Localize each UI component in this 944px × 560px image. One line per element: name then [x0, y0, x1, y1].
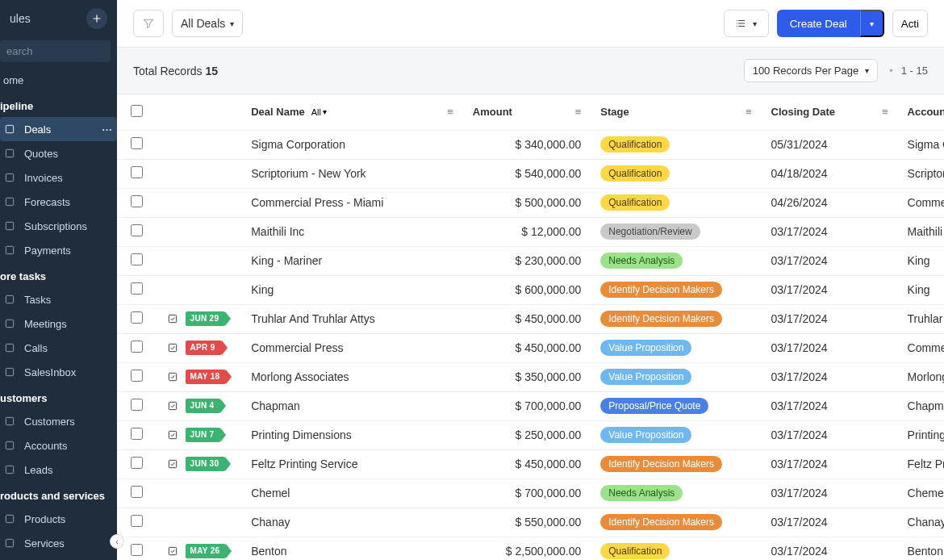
account-cell[interactable]: Commercial — [898, 188, 944, 217]
row-checkbox[interactable] — [131, 370, 143, 382]
row-checkbox[interactable] — [131, 457, 143, 469]
deal-name-cell[interactable]: Chanay — [241, 508, 463, 537]
account-cell[interactable]: Truhlar And T — [898, 304, 944, 333]
account-cell[interactable]: Benton — [898, 537, 944, 560]
deal-name-cell[interactable]: King - Mariner — [241, 246, 463, 275]
row-checkbox[interactable] — [131, 428, 143, 440]
account-cell[interactable]: Chemel — [898, 479, 944, 508]
sidebar-item-appointments[interactable]: Appointments — [0, 555, 117, 560]
row-checkbox[interactable] — [131, 486, 143, 498]
dealname-filter[interactable]: All ▾ — [310, 107, 328, 117]
actions-button[interactable]: Acti — [892, 10, 928, 37]
col-header-amount[interactable]: Amount — [473, 106, 512, 118]
row-checkbox[interactable] — [131, 195, 143, 207]
date-flag[interactable]: JUN 4 — [186, 399, 221, 413]
add-module-button[interactable] — [86, 8, 107, 29]
task-icon[interactable] — [166, 341, 179, 354]
layout-switcher[interactable]: ▾ — [724, 10, 769, 37]
sidebar-item-payments[interactable]: Payments — [0, 238, 117, 262]
stage-pill[interactable]: Needs Analysis — [600, 253, 683, 269]
table-row[interactable]: JUN 4Chapman$ 700,000.00Proposal/Price Q… — [117, 391, 944, 420]
sidebar-item-salesinbox[interactable]: SalesInbox — [0, 360, 117, 384]
deal-name-cell[interactable]: Chemel — [241, 479, 463, 508]
sidebar-item-services[interactable]: Services — [0, 531, 117, 555]
task-icon[interactable] — [166, 428, 179, 441]
task-icon[interactable] — [166, 312, 179, 325]
stage-pill[interactable]: Identify Decision Makers — [600, 311, 722, 327]
stage-pill[interactable]: Proposal/Price Quote — [600, 398, 708, 414]
deal-name-cell[interactable]: Commercial Press — [241, 333, 463, 362]
nav-item-home[interactable]: ome — [0, 69, 117, 92]
column-menu-icon[interactable]: ≡ — [746, 106, 752, 118]
row-checkbox[interactable] — [131, 253, 143, 265]
stage-pill[interactable]: Qualification — [600, 136, 670, 153]
table-row[interactable]: MAY 18Morlong Associates$ 350,000.00Valu… — [117, 362, 944, 391]
stage-pill[interactable]: Identify Decision Makers — [600, 282, 722, 298]
table-row[interactable]: Commercial Press - Miami$ 500,000.00Qual… — [117, 188, 944, 217]
sidebar-item-meetings[interactable]: Meetings — [0, 311, 117, 336]
col-header-stage[interactable]: Stage — [600, 106, 629, 118]
more-icon[interactable]: ⋯ — [102, 123, 112, 136]
row-checkbox[interactable] — [131, 166, 143, 178]
deal-name-cell[interactable]: Sigma Corporation — [241, 130, 463, 159]
deal-name-cell[interactable]: Scriptorium - New York — [241, 159, 463, 188]
account-cell[interactable]: King — [898, 275, 944, 304]
row-checkbox[interactable] — [131, 399, 143, 411]
deal-name-cell[interactable]: Chapman — [241, 391, 463, 420]
sidebar-item-customers[interactable]: Customers — [0, 409, 117, 433]
sidebar-item-deals[interactable]: Deals⋯ — [0, 117, 117, 141]
row-checkbox[interactable] — [131, 341, 143, 353]
col-header-closing[interactable]: Closing Date — [771, 106, 835, 118]
stage-pill[interactable]: Qualification — [600, 543, 670, 559]
sidebar-item-calls[interactable]: Calls — [0, 336, 117, 360]
table-row[interactable]: Chanay$ 550,000.00Identify Decision Make… — [117, 508, 944, 537]
table-row[interactable]: King$ 600,000.00Identify Decision Makers… — [117, 275, 944, 304]
sidebar-item-subscriptions[interactable]: Subscriptions — [0, 214, 117, 238]
stage-pill[interactable]: Value Proposition — [600, 340, 691, 356]
table-row[interactable]: Maithili Inc$ 12,000.00Negotiation/Revie… — [117, 217, 944, 246]
deals-grid[interactable]: Deal Name All ▾ ≡ Amount ≡ Stage ≡ — [117, 94, 944, 560]
stage-pill[interactable]: Qualification — [600, 165, 670, 182]
task-icon[interactable] — [166, 545, 179, 558]
col-header-dealname[interactable]: Deal Name — [251, 106, 304, 118]
account-cell[interactable]: Scriptorium — [898, 159, 944, 188]
stage-pill[interactable]: Negotiation/Review — [600, 224, 700, 240]
date-flag[interactable]: JUN 29 — [186, 311, 226, 326]
table-row[interactable]: Chemel$ 700,000.00Needs Analysis03/17/20… — [117, 479, 944, 508]
table-row[interactable]: APR 9Commercial Press$ 450,000.00Value P… — [117, 333, 944, 362]
account-cell[interactable]: Chanay — [898, 508, 944, 537]
date-flag[interactable]: APR 9 — [186, 341, 222, 355]
account-cell[interactable]: Commercial — [898, 333, 944, 362]
stage-pill[interactable]: Needs Analysis — [600, 485, 683, 501]
date-flag[interactable]: MAY 18 — [186, 370, 227, 384]
stage-pill[interactable]: Identify Decision Makers — [600, 514, 722, 530]
account-cell[interactable]: Maithili Inc — [898, 217, 944, 246]
deal-name-cell[interactable]: Benton — [241, 537, 463, 560]
sidebar-item-invoices[interactable]: Invoices — [0, 165, 117, 190]
task-icon[interactable] — [166, 458, 179, 470]
sidebar-search[interactable]: earch — [0, 40, 111, 62]
column-menu-icon[interactable]: ≡ — [575, 106, 582, 118]
account-cell[interactable]: Morlong Ass — [898, 362, 944, 391]
column-menu-icon[interactable]: ≡ — [447, 106, 453, 118]
deal-name-cell[interactable]: Morlong Associates — [241, 362, 463, 391]
row-checkbox[interactable] — [131, 515, 143, 527]
row-checkbox[interactable] — [131, 282, 143, 295]
row-checkbox[interactable] — [131, 137, 143, 149]
stage-pill[interactable]: Qualification — [600, 194, 670, 211]
create-deal-dropdown[interactable]: ▾ — [860, 10, 884, 37]
account-cell[interactable]: Sigma Corpo — [898, 130, 944, 159]
sidebar-item-leads[interactable]: Leads — [0, 458, 117, 482]
task-icon[interactable] — [166, 370, 179, 383]
table-row[interactable]: King - Mariner$ 230,000.00Needs Analysis… — [117, 246, 944, 275]
table-row[interactable]: JUN 29Truhlar And Truhlar Attys$ 450,000… — [117, 304, 944, 333]
records-per-page[interactable]: 100 Records Per Page ▾ — [744, 59, 879, 82]
table-row[interactable]: JUN 7Printing Dimensions$ 250,000.00Valu… — [117, 420, 944, 449]
deal-name-cell[interactable]: Maithili Inc — [241, 217, 463, 246]
deal-name-cell[interactable]: Feltz Printing Service — [241, 449, 463, 479]
account-cell[interactable]: Chapman — [898, 391, 944, 420]
table-row[interactable]: MAY 26Benton$ 2,500,000.00Qualification0… — [117, 537, 944, 560]
date-flag[interactable]: JUN 30 — [186, 457, 226, 471]
date-flag[interactable]: JUN 7 — [186, 428, 221, 442]
stage-pill[interactable]: Value Proposition — [600, 427, 691, 443]
